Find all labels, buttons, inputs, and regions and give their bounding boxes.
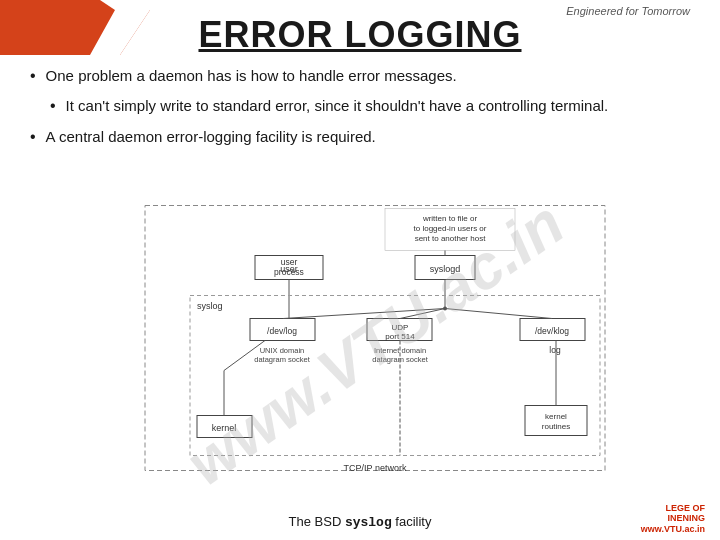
bullet-item-2: It can't simply write to standard error,… <box>50 95 690 117</box>
svg-text:routines: routines <box>542 421 570 430</box>
bottom-caption: The BSD syslog facility <box>0 514 720 530</box>
svg-text:port 514: port 514 <box>385 331 415 340</box>
bottom-right-logo: LEGE OF INENING www.VTU.ac.in <box>641 503 705 535</box>
svg-text:syslog: syslog <box>197 300 223 310</box>
svg-text:kernel: kernel <box>545 411 567 420</box>
page-title: ERROR LOGGING <box>198 14 521 56</box>
content-area: One problem a daemon has is how to handl… <box>30 65 690 162</box>
bullet-list: One problem a daemon has is how to handl… <box>30 65 690 148</box>
svg-text:syslogd: syslogd <box>430 263 461 273</box>
svg-text:datagram socket: datagram socket <box>254 354 310 363</box>
svg-text:/dev/klog: /dev/klog <box>535 325 569 335</box>
svg-text:process: process <box>274 266 304 276</box>
svg-text:UDP: UDP <box>392 322 409 331</box>
bullet-item-3: A central daemon error-logging facility … <box>30 126 690 148</box>
svg-text:user: user <box>281 256 298 266</box>
svg-text:written to file or: written to file or <box>422 213 478 222</box>
diagram-container: www.VTU.ac.in written to file or to logg… <box>60 185 690 500</box>
svg-point-27 <box>443 306 447 310</box>
svg-rect-35 <box>525 405 587 435</box>
svg-text:kernel: kernel <box>212 422 237 432</box>
bullet-item-1: One problem a daemon has is how to handl… <box>30 65 690 87</box>
svg-text:sent to another host: sent to another host <box>415 233 486 242</box>
syslog-diagram: written to file or to logged-in users or… <box>135 198 615 488</box>
svg-line-26 <box>445 308 552 318</box>
svg-text:log: log <box>549 344 561 354</box>
svg-text:TCP/IP network: TCP/IP network <box>344 462 407 472</box>
diagram-wrapper: www.VTU.ac.in written to file or to logg… <box>135 198 615 488</box>
svg-text:/dev/log: /dev/log <box>267 325 297 335</box>
svg-text:UNIX domain: UNIX domain <box>260 345 305 354</box>
svg-text:to logged-in users or: to logged-in users or <box>414 223 487 232</box>
